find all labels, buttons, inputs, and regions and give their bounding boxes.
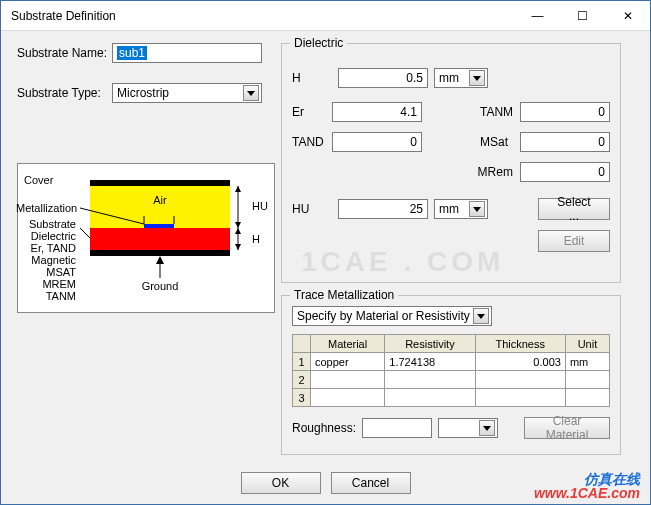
svg-rect-6 [90,228,230,250]
msat-input[interactable] [520,132,610,152]
table-row: 1 copper 1.724138 0.003 mm [293,353,610,371]
th-unit: Unit [565,335,609,353]
mrem-label: MRem [478,165,514,179]
dia-magnetic: Magnetic [16,254,76,266]
substrate-diagram: Cover Metallization Substrate Dielectric… [17,163,275,313]
svg-marker-11 [235,186,241,192]
h-label: H [292,71,332,85]
dialog-window: Substrate Definition — ☐ ✕ 1CAE . COM Su… [0,0,651,505]
h-unit-select[interactable]: mm [434,68,488,88]
er-label: Er [292,105,326,119]
hu-unit-select[interactable]: mm [434,199,488,219]
th-material: Material [311,335,385,353]
tanm-label: TANM [480,105,514,119]
hu-label: HU [292,202,332,216]
svg-marker-9 [156,256,164,264]
svg-marker-14 [235,228,241,234]
substrate-type-select[interactable]: Microstrip [112,83,262,103]
dia-metallization: Metallization [16,202,76,214]
roughness-label: Roughness: [292,421,356,435]
left-column: Substrate Name: sub1 Substrate Type: Mic… [17,43,275,313]
substrate-name-label: Substrate Name: [17,46,112,60]
mrem-input[interactable] [520,162,610,182]
close-button[interactable]: ✕ [605,1,650,30]
select-button[interactable]: Select ... [538,198,610,220]
diagram-svg: Air Ground [80,168,270,308]
tand-input[interactable] [332,132,422,152]
dielectric-title: Dielectric [290,36,347,50]
dia-substrate: Substrate [16,218,76,230]
svg-marker-15 [235,244,241,250]
chevron-down-icon [243,85,259,101]
cancel-button[interactable]: Cancel [331,472,411,494]
dia-er-tand: Er, TAND [16,242,76,254]
dia-h: H [252,233,260,245]
svg-rect-1 [90,186,230,228]
right-column: Dielectric H mm Er TANM [281,43,621,467]
footer-watermark: 仿真在线 www.1CAE.com [534,472,640,500]
dia-ground: Ground [142,280,179,292]
ok-button[interactable]: OK [241,472,321,494]
trace-title: Trace Metallization [290,288,398,302]
titlebar: Substrate Definition — ☐ ✕ [1,1,650,31]
svg-marker-12 [235,222,241,228]
clear-material-button[interactable]: Clear Material [524,417,610,439]
minimize-button[interactable]: — [515,1,560,30]
dia-hu: HU [252,200,268,212]
table-row: 2 [293,371,610,389]
svg-line-16 [80,228,90,238]
dia-air: Air [153,194,167,206]
svg-rect-2 [144,224,174,228]
substrate-name-value: sub1 [117,46,147,60]
er-input[interactable] [332,102,422,122]
chevron-down-icon [479,420,495,436]
dia-mrem: MREM [16,278,76,290]
maximize-button[interactable]: ☐ [560,1,605,30]
dia-dielectric: Dielectric [16,230,76,242]
edit-button[interactable]: Edit [538,230,610,252]
h-input[interactable] [338,68,428,88]
substrate-type-label: Substrate Type: [17,86,112,100]
trace-table[interactable]: Material Resistivity Thickness Unit 1 co… [292,334,610,407]
dia-cover: Cover [24,174,84,186]
chevron-down-icon [469,70,485,86]
trace-group: Trace Metallization Specify by Material … [281,295,621,455]
chevron-down-icon [469,201,485,217]
trace-mode-select[interactable]: Specify by Material or Resistivity [292,306,492,326]
dialog-content: 1CAE . COM Substrate Name: sub1 Substrat… [1,31,650,504]
substrate-type-value: Microstrip [117,86,169,100]
hu-input[interactable] [338,199,428,219]
svg-rect-7 [90,250,230,256]
dielectric-group: Dielectric H mm Er TANM [281,43,621,283]
substrate-name-input[interactable]: sub1 [112,43,262,63]
svg-rect-0 [90,180,230,186]
roughness-unit-select[interactable] [438,418,498,438]
th-resistivity: Resistivity [385,335,475,353]
msat-label: MSat [480,135,514,149]
tand-label: TAND [292,135,326,149]
dia-msat: MSAT [16,266,76,278]
window-title: Substrate Definition [11,9,116,23]
th-thickness: Thickness [475,335,565,353]
table-row: 3 [293,389,610,407]
dia-tanm: TANM [16,290,76,302]
chevron-down-icon [473,308,489,324]
tanm-input[interactable] [520,102,610,122]
roughness-input[interactable] [362,418,432,438]
